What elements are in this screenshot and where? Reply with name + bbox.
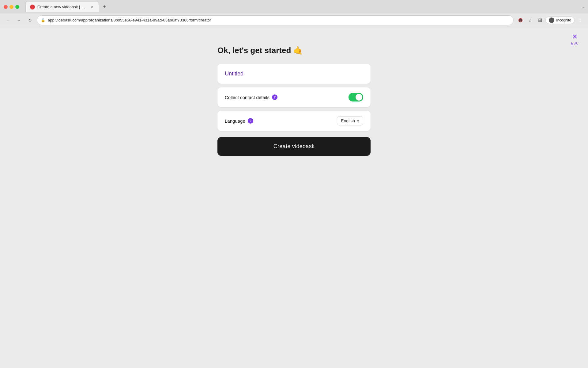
expand-icon: ⌄ bbox=[581, 5, 584, 9]
reload-button[interactable]: ↻ bbox=[26, 16, 34, 25]
language-label: Language bbox=[225, 118, 245, 124]
collect-contact-help-icon[interactable]: ? bbox=[272, 94, 277, 100]
bookmark-icon: ☆ bbox=[528, 18, 532, 23]
browser-toolbar: ← → ↻ 🔒 app.videoask.com/app/organizatio… bbox=[0, 13, 588, 27]
collect-contact-card: Collect contact details ? bbox=[217, 87, 371, 107]
active-tab[interactable]: Create a new videoask | Video... ✕ bbox=[25, 1, 99, 12]
esc-label: ESC bbox=[571, 41, 579, 45]
chevron-down-icon: ∨ bbox=[357, 119, 359, 123]
window-close-button[interactable] bbox=[4, 5, 8, 9]
form-container: Ok, let's get started 🤙 Collect contact … bbox=[217, 46, 371, 156]
address-bar[interactable]: 🔒 app.videoask.com/app/organizations/8b9… bbox=[37, 15, 514, 25]
language-dropdown[interactable]: English ∨ bbox=[337, 116, 363, 125]
language-card: Language ? English ∨ bbox=[217, 111, 371, 131]
menu-button[interactable]: ⋮ bbox=[576, 16, 584, 25]
window-minimize-button[interactable] bbox=[9, 5, 13, 9]
title-card bbox=[217, 64, 371, 84]
tab-favicon bbox=[30, 5, 35, 10]
bookmark-button[interactable]: ☆ bbox=[526, 16, 534, 25]
close-icon: ✕ bbox=[572, 33, 578, 40]
help-question-mark: ? bbox=[274, 95, 276, 99]
incognito-avatar bbox=[549, 17, 554, 23]
language-help-icon[interactable]: ? bbox=[248, 118, 253, 124]
page-content: ✕ ESC Ok, let's get started 🤙 Collect co… bbox=[0, 27, 588, 368]
language-label-group: Language ? bbox=[225, 118, 253, 124]
collect-contact-toggle[interactable] bbox=[349, 93, 363, 102]
browser-chrome: Create a new videoask | Video... ✕ + ⌄ ←… bbox=[0, 0, 588, 27]
new-tab-button[interactable]: + bbox=[100, 2, 109, 11]
browser-titlebar: Create a new videoask | Video... ✕ + ⌄ bbox=[0, 0, 588, 13]
close-esc-button[interactable]: ✕ ESC bbox=[571, 33, 579, 45]
camera-off-button[interactable]: 📵 bbox=[516, 16, 525, 25]
toolbar-actions: 📵 ☆ ⊞ Incognito ⋮ bbox=[516, 16, 584, 25]
extensions-icon: ⊞ bbox=[538, 17, 542, 23]
tab-bar: Create a new videoask | Video... ✕ + bbox=[22, 1, 112, 12]
window-maximize-button[interactable] bbox=[15, 5, 19, 9]
forward-button[interactable]: → bbox=[15, 16, 23, 25]
back-button[interactable]: ← bbox=[4, 16, 12, 25]
extensions-button[interactable]: ⊞ bbox=[536, 16, 544, 25]
menu-icon: ⋮ bbox=[578, 18, 582, 23]
forward-icon: → bbox=[17, 18, 21, 23]
url-text: app.videoask.com/app/organizations/8b955… bbox=[48, 18, 510, 22]
incognito-label: Incognito bbox=[556, 18, 571, 22]
create-videoask-button[interactable]: Create videoask bbox=[217, 137, 371, 156]
reload-icon: ↻ bbox=[28, 18, 32, 23]
toggle-slider bbox=[349, 93, 363, 102]
collect-contact-label-group: Collect contact details ? bbox=[225, 94, 277, 100]
collect-contact-label: Collect contact details bbox=[225, 95, 270, 100]
camera-off-icon: 📵 bbox=[518, 18, 523, 22]
tab-close-icon[interactable]: ✕ bbox=[89, 5, 94, 10]
language-value: English bbox=[341, 118, 355, 123]
page-heading: Ok, let's get started 🤙 bbox=[217, 46, 371, 55]
incognito-badge[interactable]: Incognito bbox=[545, 17, 575, 24]
title-input[interactable] bbox=[217, 64, 371, 84]
back-icon: ← bbox=[6, 18, 10, 23]
language-help-question-mark: ? bbox=[249, 119, 251, 123]
tab-title: Create a new videoask | Video... bbox=[37, 5, 87, 9]
lock-icon: 🔒 bbox=[41, 18, 45, 22]
window-controls bbox=[4, 5, 19, 9]
